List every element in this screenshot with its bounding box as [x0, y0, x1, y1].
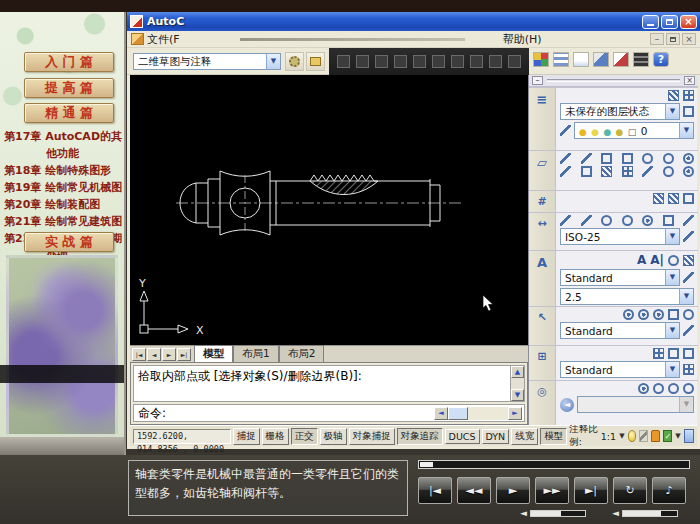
line-tool-icon[interactable]	[560, 153, 571, 164]
plot-preview-icon[interactable]	[413, 55, 426, 68]
toolbar-lock-icon[interactable]	[651, 430, 660, 442]
workspace-settings-button[interactable]	[285, 52, 304, 71]
save-icon[interactable]	[375, 55, 388, 68]
palette-icon[interactable]	[533, 52, 549, 67]
tab-layout1[interactable]: 布局1	[233, 345, 279, 362]
open-file-icon[interactable]	[356, 55, 369, 68]
sidebar-section-practice[interactable]: 实 战 篇	[24, 232, 114, 252]
autoscale-icon[interactable]	[639, 430, 648, 442]
panel-grip[interactable]	[547, 79, 680, 82]
chapter-item-18[interactable]: 第18章 绘制特殊图形	[4, 162, 124, 179]
player-last-button[interactable]: ►|	[574, 477, 608, 504]
doc-close-button[interactable]: ×	[682, 33, 696, 45]
mleader-remove-icon[interactable]	[653, 309, 664, 320]
player-forward-button[interactable]: ►►	[535, 477, 569, 504]
command-history[interactable]: 拾取内部点或 [选择对象(S)/删除边界(B)]: ▲ ▼	[133, 365, 525, 402]
annotation-scale-dropdown-icon[interactable]: ▼	[619, 432, 624, 440]
toggle-snap[interactable]: 捕捉	[233, 428, 260, 445]
view-combobox[interactable]: ▼	[577, 396, 694, 413]
multileader-section-icon[interactable]: ↖	[529, 307, 556, 345]
tab-model[interactable]: 模型	[194, 345, 233, 362]
annotation-scale-value[interactable]: 1:1	[601, 431, 616, 442]
find-text-icon[interactable]	[668, 255, 679, 266]
new-layer-icon[interactable]	[683, 106, 694, 117]
chevron-down-icon[interactable]: ▼	[665, 270, 679, 285]
status-menu-dropdown-icon[interactable]: ▼	[675, 432, 680, 440]
toggle-lineweight[interactable]: 线宽	[511, 428, 538, 445]
table-tool-icon[interactable]	[653, 348, 664, 359]
array-tool-icon[interactable]	[622, 166, 633, 177]
polyline-tool-icon[interactable]	[581, 153, 592, 164]
layer-combobox[interactable]: ● ● ● ● □ 0 ▼	[574, 122, 694, 139]
scale-tool-icon[interactable]	[683, 166, 694, 177]
mleader-align-icon[interactable]	[668, 309, 679, 320]
mleader-style-edit-icon[interactable]	[683, 325, 694, 336]
calculator-icon[interactable]	[633, 52, 649, 67]
player-first-button[interactable]: |◄	[418, 477, 452, 504]
player-play-button[interactable]: ►	[496, 477, 530, 504]
tab-first-icon[interactable]: |◄	[132, 348, 146, 361]
sidebar-section-improve[interactable]: 提 高 篇	[24, 78, 114, 98]
spellcheck-icon[interactable]	[683, 255, 694, 266]
workspace-combobox[interactable]: 二维草图与注释 ▼	[133, 53, 281, 70]
diameter-dim-icon[interactable]	[622, 215, 633, 226]
zoom-realtime-icon[interactable]	[653, 383, 664, 394]
chevron-down-icon[interactable]: ▼	[679, 123, 693, 138]
undo-icon[interactable]	[489, 55, 502, 68]
layer-on-icon[interactable]: ●	[579, 127, 587, 137]
toggle-ducs[interactable]: DUCS	[445, 429, 480, 444]
dimension-section-icon[interactable]: ↔	[529, 213, 556, 250]
gradient-tool-icon[interactable]	[668, 193, 679, 204]
player-music-button[interactable]: ♪	[652, 477, 686, 504]
publish-icon[interactable]	[432, 55, 445, 68]
playback-progress-bar[interactable]	[418, 460, 690, 469]
table-style-combobox[interactable]: Standard ▼	[560, 361, 680, 378]
brush-icon[interactable]	[470, 55, 483, 68]
move-tool-icon[interactable]	[642, 166, 653, 177]
layer-properties-icon[interactable]	[560, 125, 571, 136]
toggle-grid[interactable]: 栅格	[262, 428, 289, 445]
chapter-item-17[interactable]: 第17章 AutoCAD的其他功能	[4, 128, 124, 162]
chevron-down-icon[interactable]: ▼	[665, 104, 679, 119]
etransmit-icon[interactable]	[593, 52, 609, 67]
hatch-section-icon[interactable]: #	[529, 191, 556, 212]
toggle-polar[interactable]: 极轴	[320, 428, 347, 445]
layer-color-icon[interactable]: □	[628, 127, 637, 137]
point-tool-icon[interactable]	[683, 153, 694, 164]
text-style-combobox[interactable]: Standard ▼	[560, 269, 680, 286]
table-section-icon[interactable]: ⊞	[529, 346, 556, 380]
window-titlebar[interactable]: AutoC ×	[127, 12, 700, 31]
progress-thumb[interactable]	[420, 462, 433, 467]
linear-dim-icon[interactable]	[560, 215, 571, 226]
text-height-combobox[interactable]: 2.5 ▼	[560, 288, 694, 305]
toggle-osnap[interactable]: 对象捕捉	[349, 428, 395, 445]
layers-section-icon[interactable]: ≡	[529, 88, 556, 150]
tab-layout2[interactable]: 布局2	[279, 345, 325, 362]
sidebar-section-beginner[interactable]: 入 门 篇	[24, 52, 114, 72]
clean-screen-icon[interactable]: ✓	[663, 430, 672, 442]
hatch-tool-icon[interactable]	[653, 193, 664, 204]
scroll-right-icon[interactable]: ►	[508, 407, 522, 420]
zoom-window-icon[interactable]	[668, 383, 679, 394]
player-loop-button[interactable]: ↻	[613, 477, 647, 504]
help-icon[interactable]: ?	[653, 52, 669, 67]
layer-states-icon[interactable]	[668, 90, 679, 101]
mtext-tool-icon[interactable]: A	[637, 253, 646, 267]
quick-dim-icon[interactable]	[683, 215, 694, 226]
sheetset-icon[interactable]	[573, 52, 589, 67]
navigate-section-icon[interactable]: ◎	[529, 381, 556, 425]
scroll-up-icon[interactable]: ▲	[511, 366, 524, 378]
tab-prev-icon[interactable]: ◄	[147, 348, 161, 361]
layer-plot-icon[interactable]: ●	[616, 127, 624, 137]
workspace-save-button[interactable]	[306, 52, 325, 71]
table-edit-icon[interactable]	[683, 348, 694, 359]
radius-dim-icon[interactable]	[601, 215, 612, 226]
layer-lock-icon[interactable]: ●	[603, 127, 611, 137]
voice-volume[interactable]: ◄	[520, 508, 586, 518]
viewports-icon[interactable]	[553, 52, 569, 67]
chevron-down-icon[interactable]: ▼	[665, 323, 679, 338]
boundary-tool-icon[interactable]	[683, 193, 694, 204]
circle-tool-icon[interactable]	[663, 153, 674, 164]
toggle-ortho[interactable]: 正交	[291, 428, 318, 445]
fullscreen-icon[interactable]	[684, 429, 694, 443]
